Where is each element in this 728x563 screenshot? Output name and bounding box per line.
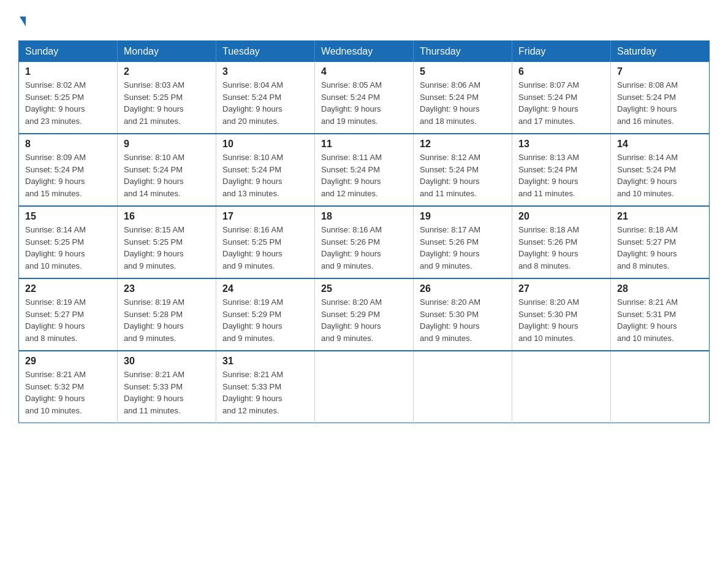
day-number: 11 bbox=[321, 139, 407, 150]
days-header-row: SundayMondayTuesdayWednesdayThursdayFrid… bbox=[19, 41, 710, 63]
day-info: Sunrise: 8:19 AMSunset: 5:27 PMDaylight:… bbox=[25, 297, 86, 343]
day-number: 24 bbox=[222, 283, 308, 294]
calendar-cell: 20 Sunrise: 8:18 AMSunset: 5:26 PMDaylig… bbox=[512, 206, 611, 278]
day-info: Sunrise: 8:10 AMSunset: 5:24 PMDaylight:… bbox=[222, 153, 283, 198]
day-info: Sunrise: 8:16 AMSunset: 5:25 PMDaylight:… bbox=[222, 225, 283, 270]
day-info: Sunrise: 8:06 AMSunset: 5:24 PMDaylight:… bbox=[420, 80, 480, 126]
calendar-cell: 16 Sunrise: 8:15 AMSunset: 5:25 PMDaylig… bbox=[118, 206, 216, 278]
day-number: 9 bbox=[124, 139, 210, 150]
calendar-cell bbox=[315, 351, 414, 423]
calendar-cell: 30 Sunrise: 8:21 AMSunset: 5:33 PMDaylig… bbox=[118, 351, 216, 423]
day-number: 7 bbox=[617, 66, 703, 77]
calendar-cell: 23 Sunrise: 8:19 AMSunset: 5:28 PMDaylig… bbox=[118, 278, 216, 351]
calendar-cell: 1 Sunrise: 8:02 AMSunset: 5:25 PMDayligh… bbox=[19, 62, 118, 134]
day-info: Sunrise: 8:20 AMSunset: 5:30 PMDaylight:… bbox=[420, 297, 480, 343]
calendar-cell: 21 Sunrise: 8:18 AMSunset: 5:27 PMDaylig… bbox=[611, 206, 710, 278]
day-info: Sunrise: 8:04 AMSunset: 5:24 PMDaylight:… bbox=[222, 80, 283, 126]
header-friday: Friday bbox=[512, 41, 611, 63]
day-number: 10 bbox=[222, 139, 308, 150]
calendar-cell: 13 Sunrise: 8:13 AMSunset: 5:24 PMDaylig… bbox=[512, 134, 611, 206]
day-number: 20 bbox=[518, 211, 604, 222]
week-row-5: 29 Sunrise: 8:21 AMSunset: 5:32 PMDaylig… bbox=[19, 351, 710, 423]
header-thursday: Thursday bbox=[414, 41, 512, 63]
day-info: Sunrise: 8:10 AMSunset: 5:24 PMDaylight:… bbox=[124, 153, 184, 198]
day-number: 25 bbox=[321, 283, 407, 294]
day-info: Sunrise: 8:14 AMSunset: 5:25 PMDaylight:… bbox=[25, 225, 86, 270]
header-tuesday: Tuesday bbox=[216, 41, 315, 63]
calendar-cell: 4 Sunrise: 8:05 AMSunset: 5:24 PMDayligh… bbox=[315, 62, 414, 134]
day-number: 1 bbox=[25, 66, 111, 77]
day-number: 26 bbox=[420, 283, 506, 294]
calendar-cell bbox=[512, 351, 611, 423]
day-number: 30 bbox=[124, 356, 210, 367]
day-number: 12 bbox=[420, 139, 506, 150]
day-info: Sunrise: 8:13 AMSunset: 5:24 PMDaylight:… bbox=[518, 153, 579, 198]
header-wednesday: Wednesday bbox=[315, 41, 414, 63]
calendar-cell: 29 Sunrise: 8:21 AMSunset: 5:32 PMDaylig… bbox=[19, 351, 118, 423]
day-info: Sunrise: 8:19 AMSunset: 5:29 PMDaylight:… bbox=[222, 297, 283, 343]
header-saturday: Saturday bbox=[611, 41, 710, 63]
day-number: 23 bbox=[124, 283, 210, 294]
calendar-cell: 15 Sunrise: 8:14 AMSunset: 5:25 PMDaylig… bbox=[19, 206, 118, 278]
calendar-cell: 17 Sunrise: 8:16 AMSunset: 5:25 PMDaylig… bbox=[216, 206, 315, 278]
day-number: 19 bbox=[420, 211, 506, 222]
day-info: Sunrise: 8:19 AMSunset: 5:28 PMDaylight:… bbox=[124, 297, 184, 343]
day-number: 4 bbox=[321, 66, 407, 77]
day-info: Sunrise: 8:15 AMSunset: 5:25 PMDaylight:… bbox=[124, 225, 184, 270]
calendar-cell: 5 Sunrise: 8:06 AMSunset: 5:24 PMDayligh… bbox=[414, 62, 512, 134]
day-info: Sunrise: 8:03 AMSunset: 5:25 PMDaylight:… bbox=[124, 80, 184, 126]
day-number: 14 bbox=[617, 139, 703, 150]
day-info: Sunrise: 8:11 AMSunset: 5:24 PMDaylight:… bbox=[321, 153, 382, 198]
calendar-cell: 3 Sunrise: 8:04 AMSunset: 5:24 PMDayligh… bbox=[216, 62, 315, 134]
calendar-cell: 10 Sunrise: 8:10 AMSunset: 5:24 PMDaylig… bbox=[216, 134, 315, 206]
week-row-4: 22 Sunrise: 8:19 AMSunset: 5:27 PMDaylig… bbox=[19, 278, 710, 351]
calendar-cell: 28 Sunrise: 8:21 AMSunset: 5:31 PMDaylig… bbox=[611, 278, 710, 351]
day-number: 15 bbox=[25, 211, 111, 222]
day-number: 29 bbox=[25, 356, 111, 367]
day-number: 17 bbox=[222, 211, 308, 222]
day-number: 21 bbox=[617, 211, 703, 222]
day-number: 28 bbox=[617, 283, 703, 294]
day-info: Sunrise: 8:09 AMSunset: 5:24 PMDaylight:… bbox=[25, 153, 86, 198]
calendar-cell: 6 Sunrise: 8:07 AMSunset: 5:24 PMDayligh… bbox=[512, 62, 611, 134]
day-number: 6 bbox=[518, 66, 604, 77]
calendar-cell: 19 Sunrise: 8:17 AMSunset: 5:26 PMDaylig… bbox=[414, 206, 512, 278]
day-number: 31 bbox=[222, 356, 308, 367]
day-info: Sunrise: 8:08 AMSunset: 5:24 PMDaylight:… bbox=[617, 80, 678, 126]
calendar-cell bbox=[611, 351, 710, 423]
calendar-cell: 8 Sunrise: 8:09 AMSunset: 5:24 PMDayligh… bbox=[19, 134, 118, 206]
logo bbox=[18, 12, 26, 29]
logo-general-line bbox=[18, 12, 26, 29]
calendar-cell: 31 Sunrise: 8:21 AMSunset: 5:33 PMDaylig… bbox=[216, 351, 315, 423]
calendar-cell: 22 Sunrise: 8:19 AMSunset: 5:27 PMDaylig… bbox=[19, 278, 118, 351]
day-number: 13 bbox=[518, 139, 604, 150]
calendar-cell: 25 Sunrise: 8:20 AMSunset: 5:29 PMDaylig… bbox=[315, 278, 414, 351]
calendar-cell: 11 Sunrise: 8:11 AMSunset: 5:24 PMDaylig… bbox=[315, 134, 414, 206]
day-info: Sunrise: 8:07 AMSunset: 5:24 PMDaylight:… bbox=[518, 80, 579, 126]
page-header bbox=[18, 12, 710, 29]
day-number: 5 bbox=[420, 66, 506, 77]
calendar-cell: 12 Sunrise: 8:12 AMSunset: 5:24 PMDaylig… bbox=[414, 134, 512, 206]
calendar-cell: 27 Sunrise: 8:20 AMSunset: 5:30 PMDaylig… bbox=[512, 278, 611, 351]
calendar-cell: 18 Sunrise: 8:16 AMSunset: 5:26 PMDaylig… bbox=[315, 206, 414, 278]
header-sunday: Sunday bbox=[19, 41, 118, 63]
day-info: Sunrise: 8:21 AMSunset: 5:32 PMDaylight:… bbox=[25, 370, 86, 415]
week-row-1: 1 Sunrise: 8:02 AMSunset: 5:25 PMDayligh… bbox=[19, 62, 710, 134]
calendar-cell: 2 Sunrise: 8:03 AMSunset: 5:25 PMDayligh… bbox=[118, 62, 216, 134]
day-info: Sunrise: 8:20 AMSunset: 5:29 PMDaylight:… bbox=[321, 297, 382, 343]
calendar-cell: 7 Sunrise: 8:08 AMSunset: 5:24 PMDayligh… bbox=[611, 62, 710, 134]
day-number: 22 bbox=[25, 283, 111, 294]
day-info: Sunrise: 8:21 AMSunset: 5:33 PMDaylight:… bbox=[222, 370, 283, 415]
day-number: 16 bbox=[124, 211, 210, 222]
week-row-3: 15 Sunrise: 8:14 AMSunset: 5:25 PMDaylig… bbox=[19, 206, 710, 278]
calendar-cell: 26 Sunrise: 8:20 AMSunset: 5:30 PMDaylig… bbox=[414, 278, 512, 351]
day-info: Sunrise: 8:16 AMSunset: 5:26 PMDaylight:… bbox=[321, 225, 382, 270]
calendar-table: SundayMondayTuesdayWednesdayThursdayFrid… bbox=[18, 40, 710, 423]
day-info: Sunrise: 8:20 AMSunset: 5:30 PMDaylight:… bbox=[518, 297, 579, 343]
day-number: 3 bbox=[222, 66, 308, 77]
day-info: Sunrise: 8:21 AMSunset: 5:33 PMDaylight:… bbox=[124, 370, 184, 415]
calendar-cell: 24 Sunrise: 8:19 AMSunset: 5:29 PMDaylig… bbox=[216, 278, 315, 351]
logo-triangle-icon bbox=[20, 17, 26, 26]
day-info: Sunrise: 8:12 AMSunset: 5:24 PMDaylight:… bbox=[420, 153, 480, 198]
calendar-cell bbox=[414, 351, 512, 423]
